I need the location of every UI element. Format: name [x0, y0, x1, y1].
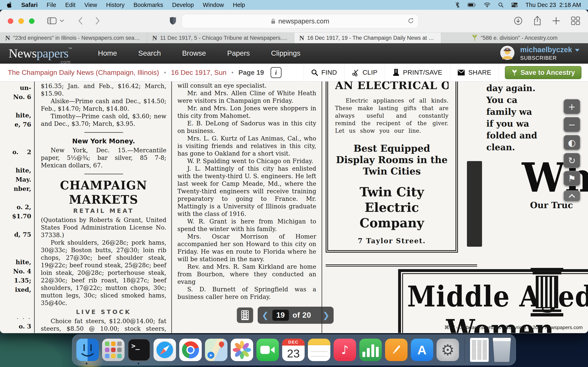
nav-item[interactable]: Papers: [227, 49, 250, 57]
reload-icon[interactable]: [408, 18, 414, 25]
paper-title-link[interactable]: The Champaign Daily News (Champaign, Ill…: [8, 68, 159, 76]
save-to-ancestry-button[interactable]: Save to Ancestry: [505, 66, 581, 79]
tab-ancestry[interactable]: "586 e. division" - Ancestry.com: [441, 33, 588, 43]
markets-text-p0: $16.35; Jan. and Feb., $16.42; March, $1…: [41, 82, 166, 98]
markets-text-div: [84, 132, 123, 133]
dock-numbers-icon[interactable]: [359, 339, 382, 361]
ink-smudge: [467, 161, 482, 247]
menu-item[interactable]: Help: [233, 2, 245, 8]
downloads-button[interactable]: [514, 16, 523, 26]
markets-text-sh: LIVE STOCK: [41, 309, 166, 315]
dock-pages-icon[interactable]: [385, 339, 407, 361]
truck-line-fragment: Our Truc: [530, 200, 573, 210]
search-icon: [311, 69, 318, 76]
close-window-button[interactable]: [8, 18, 13, 24]
dock-music-icon[interactable]: ♪: [334, 339, 356, 361]
menu-item[interactable]: View: [84, 2, 97, 8]
zoom-out-button[interactable]: −: [563, 117, 580, 132]
zoom-in-button[interactable]: +: [563, 99, 580, 114]
ancestry-leaf-icon: [472, 34, 478, 42]
forward-button[interactable]: [95, 17, 100, 26]
left-edge-fragment-sp: [0, 221, 31, 230]
minimize-window-button[interactable]: [18, 18, 24, 24]
dock-terminal-icon[interactable]: >_: [128, 339, 150, 361]
terminal-running-dot: [138, 363, 139, 364]
info-button[interactable]: i: [270, 67, 282, 78]
sidebar-toggle-icon[interactable]: [47, 17, 57, 25]
nav-item[interactable]: Search: [138, 49, 161, 57]
nav-item[interactable]: Home: [98, 49, 117, 57]
nav-item[interactable]: Clippings: [271, 49, 301, 57]
menu-item[interactable]: Edit: [65, 2, 75, 8]
paper-date-link[interactable]: 16 Dec 1917, Sun: [171, 68, 226, 76]
nav-item[interactable]: Browse: [182, 49, 206, 57]
menu-item[interactable]: Bookmarks: [134, 2, 163, 8]
share-button[interactable]: [533, 16, 541, 26]
newspapers-n-icon: N: [300, 35, 304, 41]
menu-item[interactable]: Window: [203, 2, 224, 8]
print-save-button[interactable]: PRINT/SAVE: [385, 64, 450, 81]
dock-finder-icon[interactable]: [76, 339, 99, 361]
dock-facetime-icon[interactable]: [256, 339, 279, 361]
left-edge-fragment-frag: nber,: [0, 184, 31, 193]
dock-appstore-icon[interactable]: A: [411, 339, 433, 361]
left-edge-fragment-sp: [0, 239, 31, 248]
back-button[interactable]: [78, 17, 83, 26]
tab-champaign-daily-news-active[interactable]: N 16 Dec 1917, 19 - The Champaign Daily …: [294, 33, 441, 43]
share-page-button[interactable]: SHARE: [450, 64, 499, 81]
find-button[interactable]: FIND: [303, 64, 345, 81]
menu-clock[interactable]: Thu Dec 23 2:18 AM: [526, 2, 581, 8]
left-edge-fragment-sp: [0, 157, 31, 166]
keyboard-shortcuts-copyright: ⌘+ / -Keyboard Shortcuts • Copyright © 2…: [444, 325, 583, 330]
ad-subhead: Best Equipped Display Rooms in the Twin …: [335, 143, 449, 177]
tab-newspapers-search[interactable]: N "23rd engineers" in Illinois - Newspap…: [0, 33, 147, 43]
new-tab-button[interactable]: [552, 17, 560, 26]
dock-newspaper-document-icon[interactable]: [470, 338, 489, 362]
contrast-button[interactable]: ◐: [563, 135, 580, 150]
privacy-shield-icon[interactable]: [169, 17, 176, 26]
user-menu[interactable]: michaelbyczek SUBSCRIBER: [500, 45, 579, 61]
menu-item[interactable]: Safari: [21, 2, 38, 8]
wifi-icon[interactable]: [484, 2, 490, 7]
spotlight-search-icon[interactable]: [498, 2, 503, 8]
menu-item[interactable]: History: [106, 2, 125, 8]
previous-page-button[interactable]: ❮: [262, 310, 269, 320]
dock-safari-icon[interactable]: [154, 339, 176, 361]
bluetooth-off-icon[interactable]: [455, 2, 460, 8]
left-edge-fragment-frag: ixed,: [0, 285, 31, 294]
dock-maps-icon[interactable]: ➤: [205, 339, 227, 361]
control-center-icon[interactable]: [511, 2, 518, 7]
filmstrip-view-button[interactable]: [237, 308, 253, 323]
collapse-tools-button[interactable]: [563, 191, 580, 201]
dock-calendar-icon[interactable]: DEC 23: [282, 339, 305, 361]
page-number-label: Page 19: [238, 69, 264, 76]
dock-chrome-icon[interactable]: [179, 339, 202, 361]
clip-button[interactable]: CLIP: [345, 64, 385, 81]
dock-photos-icon[interactable]: [231, 339, 253, 361]
sidebar-chevron-icon[interactable]: [60, 19, 64, 23]
menu-item[interactable]: Develop: [172, 2, 194, 8]
next-page-button[interactable]: ❯: [323, 310, 329, 320]
flag-button[interactable]: ⚑: [563, 171, 580, 186]
menu-item[interactable]: File: [47, 2, 56, 8]
rotate-button[interactable]: ↻: [563, 153, 580, 168]
markets-text-h: New York Money.: [41, 137, 166, 145]
dock-launchpad-icon[interactable]: [102, 339, 125, 361]
personals-text-p: E. B. DeLong of Sadorus was in this city…: [177, 120, 316, 135]
newspapers-logo[interactable]: Newspapers™ .com: [9, 47, 72, 59]
dock-trash-icon[interactable]: [492, 338, 512, 362]
address-bar[interactable]: newspapers.com: [182, 14, 419, 28]
tab-chicago-tribune[interactable]: N 11 Dec 1917, 5 - Chicago Tribune at Ne…: [147, 33, 294, 43]
tab-overview-button[interactable]: [571, 16, 580, 26]
zoom-window-button[interactable]: [29, 18, 35, 24]
newspaper-page-viewer[interactable]: un-No. 6hite,e, 76o. 2hite,May.nber,o. 2…: [0, 82, 588, 333]
username[interactable]: michaelbyczek: [520, 45, 579, 54]
ad-body-text: Electric appliances of all kinds. These …: [335, 97, 449, 134]
markets-text-p: Alsike—Prime cash and Dec., $14.50; Feb.…: [41, 98, 166, 113]
apple-menu-icon[interactable]: [7, 2, 12, 8]
dock-notes-icon[interactable]: [308, 339, 330, 361]
dock-settings-icon[interactable]: ⚙: [437, 339, 459, 361]
battery-icon[interactable]: [467, 3, 476, 7]
left-edge-fragment-frag: $1.70: [0, 212, 31, 221]
current-page-value[interactable]: 19: [272, 310, 289, 321]
